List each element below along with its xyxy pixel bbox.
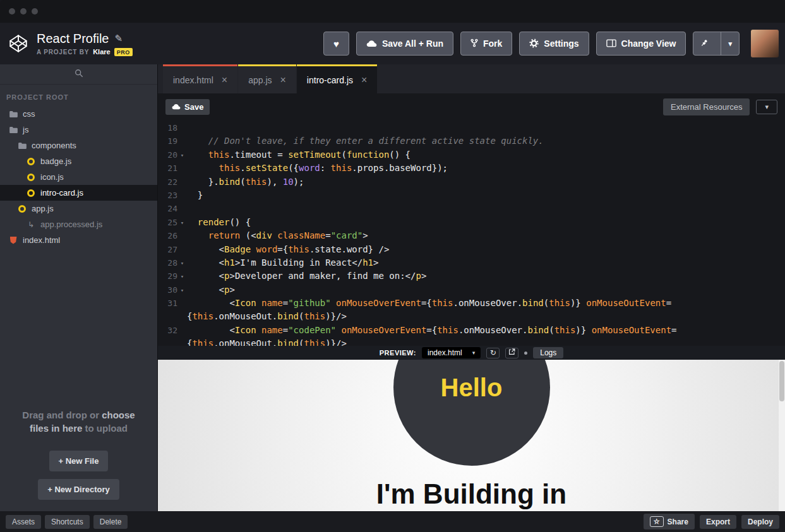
project-root-label: PROJECT ROOT [0, 85, 157, 106]
open-preview-external-button[interactable] [505, 348, 518, 358]
fold-toggle-icon [177, 177, 187, 190]
sidebar-item-components[interactable]: components [0, 138, 157, 153]
fold-toggle-icon [177, 122, 187, 136]
new-file-button[interactable]: + New File [49, 451, 109, 471]
sidebar-item-icon.js[interactable]: icon.js [0, 169, 157, 185]
close-tab-icon[interactable]: × [280, 75, 286, 85]
deploy-button[interactable]: Deploy [741, 515, 779, 529]
search-icon [75, 69, 83, 80]
tab-bar: index.html×app.js×intro-card.js× [158, 64, 785, 93]
close-tab-icon[interactable]: × [361, 75, 367, 85]
preview-scrollbar [779, 360, 785, 511]
js-file-icon [27, 158, 35, 165]
file-name: css [23, 109, 35, 119]
shortcuts-button[interactable]: Shortcuts [45, 515, 90, 529]
collapse-editor-button[interactable]: ▾ [756, 100, 777, 114]
cloud-icon [366, 39, 377, 49]
fork-button[interactable]: Fork [460, 32, 512, 56]
code-line-27: 27 <Badge word={this.state.word} /> [158, 244, 785, 257]
line-number: 29 [160, 271, 177, 284]
star-icon: ☆ [650, 516, 664, 527]
refresh-preview-button[interactable]: ↻ [486, 348, 500, 358]
sidebar-item-app.processed.js[interactable]: ↳app.processed.js [0, 216, 157, 232]
window-minimize-button[interactable] [20, 8, 27, 15]
fold-toggle-icon[interactable]: ▾ [177, 285, 187, 298]
save-all-run-button[interactable]: Save All + Run [356, 32, 453, 56]
pin-dropdown-button[interactable]: ▾ [721, 32, 739, 55]
close-tab-icon[interactable]: × [222, 75, 227, 85]
save-button[interactable]: Save [165, 99, 210, 115]
fold-toggle-icon[interactable]: ▾ [177, 271, 187, 284]
preview-scrollbar-thumb[interactable] [779, 361, 784, 401]
generated-file-arrow-icon: ↳ [27, 220, 35, 229]
settings-button[interactable]: Settings [519, 32, 589, 56]
fold-toggle-icon [177, 311, 187, 324]
preview-bar: PREVIEW: index.html ▾ ↻ Logs [158, 346, 785, 360]
window-close-button[interactable] [9, 8, 15, 15]
preview-pane: Hello I'm Building in [158, 360, 785, 511]
code-line-19: 19 // Don't leave, if they enter a diffe… [158, 136, 785, 149]
assets-button[interactable]: Assets [6, 515, 41, 529]
code-area[interactable]: 1819 // Don't leave, if they enter a dif… [158, 120, 785, 346]
tab-app.js[interactable]: app.js× [238, 64, 296, 93]
code-line-28: 28▾ <h1>I'm Building in React</h1> [158, 257, 785, 271]
tab-index.html[interactable]: index.html× [163, 64, 237, 93]
sidebar-item-index.html[interactable]: index.html [0, 232, 157, 248]
delete-button[interactable]: Delete [93, 515, 128, 529]
share-button[interactable]: ☆ Share [644, 514, 695, 529]
fold-toggle-icon[interactable]: ▾ [177, 150, 187, 163]
tab-intro-card.js[interactable]: intro-card.js× [297, 64, 377, 93]
new-directory-button[interactable]: + New Directory [38, 479, 119, 500]
fold-toggle-icon[interactable]: ▾ [177, 257, 187, 271]
code-line-24: 24 [158, 203, 785, 216]
footer-bar: AssetsShortcutsDelete ☆ Share Export Dep… [0, 511, 785, 532]
sidebar-item-intro-card.js[interactable]: intro-card.js [0, 185, 157, 201]
window-maximize-button[interactable] [32, 8, 38, 15]
file-name: badge.js [40, 157, 71, 166]
chevron-down-icon: ▾ [472, 350, 476, 356]
gear-icon [529, 38, 539, 49]
file-name: intro-card.js [40, 188, 83, 198]
sidebar-item-badge.js[interactable]: badge.js [0, 153, 157, 169]
line-number: 21 [160, 163, 177, 176]
header-actions: ♥ Save All + Run Fork [323, 32, 740, 56]
fold-toggle-icon[interactable]: ▾ [177, 217, 187, 230]
code-line-32: 32 <Icon name="codePen" onMouseOverEvent… [158, 325, 785, 338]
line-number: 24 [160, 203, 177, 216]
pin-button[interactable] [693, 32, 716, 55]
heart-icon: ♥ [333, 39, 339, 49]
author-name[interactable]: Klare [93, 48, 111, 56]
sidebar-item-css[interactable]: css [0, 106, 157, 122]
sidebar-item-app.js[interactable]: app.js [0, 201, 157, 216]
codepen-logo-icon[interactable] [8, 33, 29, 54]
avatar[interactable] [751, 30, 779, 57]
sidebar-item-js[interactable]: js [0, 122, 157, 138]
code-line-31: 31 <Icon name="github" onMouseOverEvent=… [158, 298, 785, 311]
line-number: 20 [160, 150, 177, 163]
preview-file-select[interactable]: index.html ▾ [422, 347, 481, 358]
tab-label: index.html [173, 75, 213, 85]
love-button[interactable]: ♥ [323, 32, 349, 56]
code-line-18: 18 [158, 122, 785, 136]
edit-title-icon[interactable]: ✎ [115, 33, 123, 44]
fold-toggle-icon [177, 203, 187, 216]
file-name: index.html [23, 235, 60, 245]
byline: A PROJECT BY Klare PRO [37, 48, 133, 56]
chevron-down-icon: ▾ [765, 103, 769, 110]
code-line-26: 26 return (<div className="card"> [158, 230, 785, 244]
js-file-icon [27, 189, 35, 197]
external-resources-button[interactable]: External Resources [663, 98, 750, 115]
logs-button[interactable]: Logs [533, 347, 563, 358]
footer-right-buttons: ☆ Share Export Deploy [644, 514, 779, 529]
change-view-button[interactable]: Change View [596, 32, 686, 56]
folder-icon [9, 111, 18, 117]
editor-toolbar: Save External Resources ▾ [158, 93, 785, 120]
byline-label: A PROJECT BY [37, 49, 89, 56]
fold-toggle-icon [177, 136, 187, 149]
line-number [160, 311, 177, 324]
export-button[interactable]: Export [700, 515, 736, 529]
tab-label: intro-card.js [307, 75, 353, 85]
file-name: icon.js [40, 172, 64, 182]
search-input[interactable] [0, 64, 157, 85]
footer-left-buttons: AssetsShortcutsDelete [6, 515, 128, 529]
